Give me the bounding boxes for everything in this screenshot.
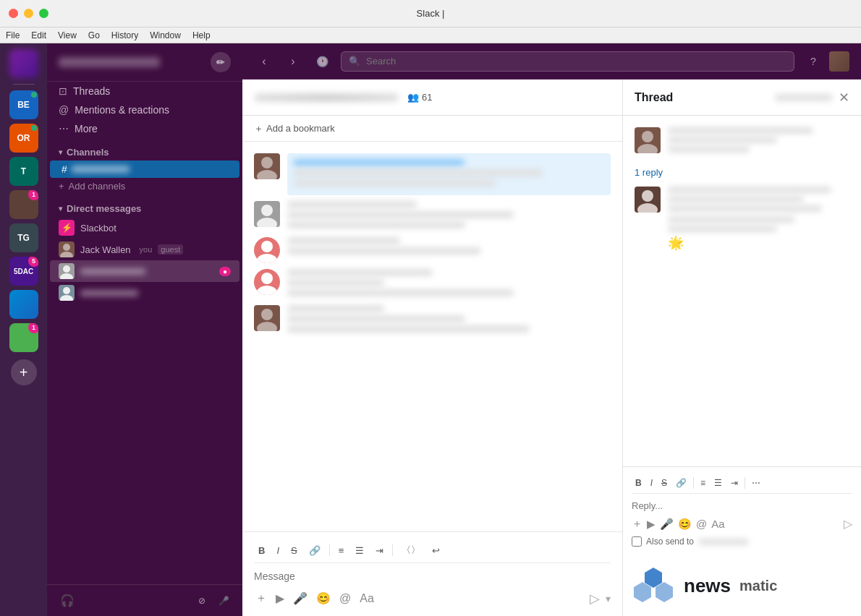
top-bar-right: ? [803,51,849,72]
menu-file[interactable]: File [6,30,20,40]
format-button[interactable]: Aa [358,591,376,607]
menu-history[interactable]: History [111,30,138,40]
channels-section-header[interactable]: ▾ Channels [47,138,242,161]
search-input[interactable] [366,56,786,67]
link-button[interactable]: 🔗 [305,542,325,559]
thread-plus-button[interactable]: ＋ [632,517,642,531]
sidebar-item-mentions[interactable]: @ Mentions & reactions [47,100,242,119]
svg-point-17 [637,144,658,153]
video-button[interactable]: ▶ [274,590,286,607]
emoji-reaction: 🌟 [668,235,682,249]
sidebar-item-threads[interactable]: ⊡ Threads [47,82,242,100]
channel-members[interactable]: 👥 61 [407,92,432,103]
message-input[interactable] [254,566,611,586]
forward-button[interactable]: › [283,51,303,72]
thread-link-button[interactable]: 🔗 [672,476,690,490]
thread-video-button[interactable]: ▶ [647,518,656,531]
plus-action-button[interactable]: ＋ [254,589,268,607]
dm-section-header[interactable]: ▾ Direct messages [47,194,242,217]
close-button[interactable] [9,9,18,18]
mention-button[interactable]: @ [338,591,352,607]
code-block-button[interactable]: ↩ [428,542,444,559]
maximize-button[interactable] [39,9,48,18]
title-bar: Slack | [0,0,861,27]
menu-bar: File Edit View Go History Window Help [0,27,861,43]
thread-more-button[interactable]: ⋯ [748,476,764,490]
send-chevron-button[interactable]: ▾ [606,593,611,604]
thread-ul-button[interactable]: ☰ [711,476,726,490]
menu-help[interactable]: Help [192,30,211,40]
message-row-4 [254,269,611,299]
search-bar[interactable]: 🔍 [341,51,794,72]
workspace-avatar-img1[interactable]: 1 [9,190,38,219]
workspace-avatar-5dac-initials: 5DAC [14,268,33,275]
do-not-disturb-button[interactable]: ⊘ [194,593,210,609]
thread-format-button[interactable]: Aa [711,518,724,530]
workspace-avatar-img2[interactable] [9,290,38,319]
menu-go[interactable]: Go [88,30,100,40]
thread-close-button[interactable]: ✕ [839,90,849,106]
user-avatar[interactable] [829,51,849,72]
thread-bold-button[interactable]: B [632,476,645,490]
headset-button[interactable]: 🎤 [214,593,234,609]
add-channels-plus-icon: + [59,181,64,192]
minimize-button[interactable] [24,9,33,18]
bold-button[interactable]: B [254,542,269,559]
indent-button[interactable]: ⇥ [371,542,388,559]
thread-ol-button[interactable]: ≡ [697,476,709,490]
dm-item-contact3[interactable]: ● [50,260,239,282]
code-button[interactable]: 〈〉 [397,541,425,560]
news-hex-icon [632,564,675,607]
thread-reply-input[interactable] [632,497,852,514]
thread-text-2d [668,216,849,232]
workspace-avatar-or[interactable]: OR [9,124,38,153]
dm-item-contact4[interactable] [50,282,239,304]
thread-mention-button[interactable]: @ [696,518,707,530]
workspace-avatar-0[interactable] [9,49,38,78]
channels-arrow-icon: ▾ [59,148,62,156]
workspace-avatar-t[interactable]: T [9,157,38,186]
add-bookmark-button[interactable]: ＋ Add a bookmark [254,122,335,135]
emoji-button[interactable]: 😊 [315,590,332,607]
back-button[interactable]: ‹ [254,51,274,72]
bullet-list-button[interactable]: ☰ [351,542,368,559]
send-button[interactable]: ▷ [590,591,600,607]
menu-edit[interactable]: Edit [31,30,46,40]
strikethrough-button[interactable]: S [287,542,302,559]
reply-count[interactable]: 1 reply [635,164,849,181]
italic-button[interactable]: I [272,542,284,559]
msg-text-5b [287,315,465,322]
compose-button[interactable]: ✏ [211,52,231,72]
msg-content-2 [287,201,611,231]
add-channels-item[interactable]: + Add channels [47,178,242,194]
dm-item-jack[interactable]: Jack Wallen you guest [50,239,239,260]
thread-send-button[interactable]: ▷ [844,517,852,531]
menu-window[interactable]: Window [150,30,181,40]
jack-label: Jack Wallen [80,244,131,255]
center-column: 👥 61 ＋ Add a bookmark [242,80,622,616]
ordered-list-button[interactable]: ≡ [334,542,349,559]
help-button[interactable]: ? [803,51,823,72]
thread-audio-button[interactable]: 🎤 [660,518,674,531]
thread-content-2: 🌟 [668,187,849,250]
channel-item-general[interactable]: # [50,161,239,178]
workspace-avatar-5dac[interactable]: 5DAC 5 [9,257,38,286]
headphones-button[interactable]: 🎧 [56,591,79,610]
svg-point-9 [257,218,277,227]
thread-emoji-button[interactable]: 😊 [678,518,692,531]
window-controls [9,9,48,18]
thread-strikethrough-button[interactable]: S [658,476,671,490]
history-button[interactable]: 🕐 [312,51,332,72]
also-send-checkbox[interactable] [632,536,642,547]
sidebar-item-more[interactable]: ⋯ More [47,119,242,138]
workspace-avatar-be[interactable]: BE [9,90,38,119]
audio-button[interactable]: 🎤 [292,590,309,607]
dm-item-slackbot[interactable]: ⚡ Slackbot [50,217,239,239]
add-workspace-button[interactable]: + [11,359,37,385]
thread-text-2c [668,205,822,212]
menu-view[interactable]: View [58,30,77,40]
thread-italic-button[interactable]: I [647,476,656,490]
thread-indent-button[interactable]: ⇥ [727,476,742,490]
workspace-avatar-tg[interactable]: TG [9,223,38,252]
workspace-avatar-img3[interactable]: 1 [9,323,38,352]
